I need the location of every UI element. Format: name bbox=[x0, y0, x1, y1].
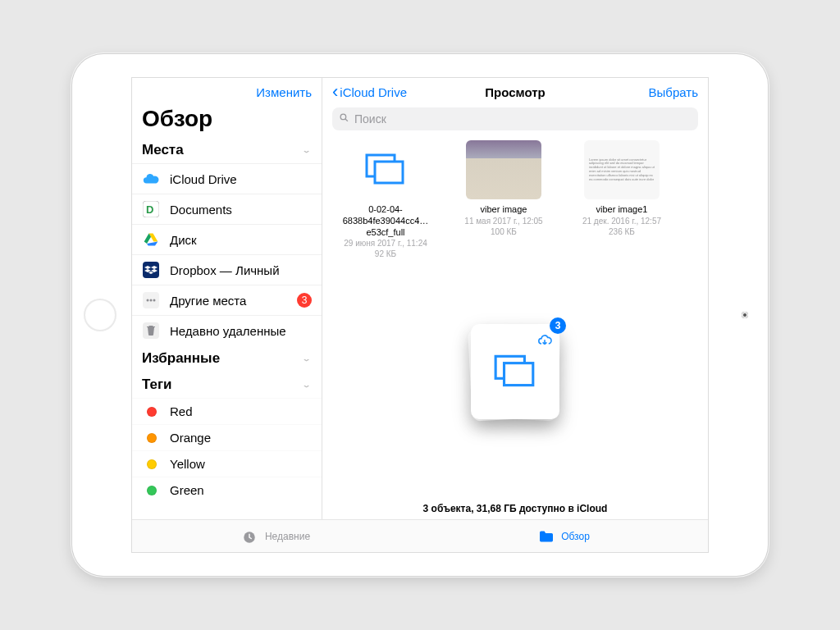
select-button[interactable]: Выбрать bbox=[649, 85, 698, 99]
cloud-download-icon bbox=[536, 334, 553, 350]
tab-browse[interactable]: Обзор bbox=[420, 520, 708, 552]
svg-text:D: D bbox=[146, 203, 153, 216]
sidebar-item-recently-deleted[interactable]: Недавно удаленные bbox=[132, 315, 322, 345]
badge-count: 3 bbox=[297, 293, 312, 308]
sidebar-item-label: Диск bbox=[170, 233, 312, 247]
documents-app-icon: D bbox=[142, 200, 160, 218]
svg-line-17 bbox=[345, 119, 348, 121]
back-button[interactable]: ‹ iCloud Drive bbox=[332, 83, 407, 101]
sidebar-item-label: Другие места bbox=[170, 294, 297, 308]
file-date: 21 дек. 2016 г., 12:57 bbox=[573, 216, 670, 226]
tags-label: Теги bbox=[142, 377, 172, 393]
chevron-down-icon: ⌄ bbox=[302, 354, 312, 363]
folder-thumb-icon bbox=[348, 140, 423, 199]
tag-item-orange[interactable]: Orange bbox=[132, 424, 322, 450]
icloud-icon bbox=[142, 170, 160, 188]
chevron-down-icon: ⌄ bbox=[302, 146, 312, 154]
tag-label: Yellow bbox=[170, 457, 205, 471]
sidebar-item-label: Documents bbox=[170, 203, 312, 217]
file-size: 100 КБ bbox=[455, 226, 552, 237]
tab-label: Обзор bbox=[561, 531, 590, 542]
sidebar-item-more-locations[interactable]: Другие места 3 bbox=[132, 285, 322, 315]
download-overlay-card[interactable]: 3 bbox=[471, 324, 559, 419]
tab-label: Недавние bbox=[265, 531, 310, 542]
text-thumb-icon: Lorem ipsum dolor sit amet consectetur a… bbox=[584, 140, 660, 199]
favorites-label: Избранные bbox=[142, 350, 220, 367]
file-item[interactable]: viber image 11 мая 2017 г., 12:05 100 КБ bbox=[455, 140, 552, 259]
trash-icon bbox=[142, 322, 160, 340]
sidebar-item-dropbox[interactable]: Dropbox — Личный bbox=[132, 254, 322, 285]
sidebar-item-icloud[interactable]: iCloud Drive bbox=[132, 163, 322, 194]
main-content: ‹ iCloud Drive Просмотр Выбрать Поиск bbox=[322, 78, 708, 519]
ipad-frame: Изменить Обзор Места ⌄ iCloud Drive D bbox=[72, 54, 768, 576]
tag-item-green[interactable]: Green bbox=[132, 477, 322, 503]
tag-dot-icon bbox=[147, 486, 157, 495]
svg-point-16 bbox=[340, 114, 346, 120]
more-icon bbox=[142, 291, 160, 309]
file-date: 11 мая 2017 г., 12:05 bbox=[455, 216, 552, 226]
tag-label: Red bbox=[170, 404, 193, 418]
search-field[interactable]: Поиск bbox=[332, 107, 698, 130]
front-camera bbox=[742, 312, 748, 318]
screen: Изменить Обзор Места ⌄ iCloud Drive D bbox=[131, 77, 709, 553]
tag-dot-icon bbox=[147, 433, 157, 443]
sidebar-title: Обзор bbox=[132, 106, 322, 137]
file-size: 236 КБ bbox=[573, 226, 670, 237]
files-grid: 0-02-04-6838b4fe39044cc4…e53cf_full 29 и… bbox=[322, 135, 708, 259]
file-item[interactable]: Lorem ipsum dolor sit amet consectetur a… bbox=[573, 140, 670, 259]
file-date: 29 июня 2017 г., 11:24 bbox=[337, 238, 434, 249]
home-button[interactable] bbox=[84, 299, 116, 331]
sidebar-item-drive[interactable]: Диск bbox=[132, 224, 322, 254]
svg-rect-21 bbox=[504, 363, 533, 386]
status-footer: 3 объекта, 31,68 ГБ доступно в iCloud bbox=[322, 503, 708, 514]
sidebar-item-label: Недавно удаленные bbox=[170, 324, 312, 338]
tag-item-yellow[interactable]: Yellow bbox=[132, 450, 322, 477]
chevron-down-icon: ⌄ bbox=[302, 381, 312, 389]
file-size: 92 КБ bbox=[337, 249, 434, 259]
tab-bar: Недавние Обзор bbox=[132, 519, 708, 552]
tags-section-header[interactable]: Теги ⌄ bbox=[132, 372, 322, 398]
folder-icon bbox=[538, 530, 555, 543]
tag-dot-icon bbox=[147, 407, 157, 417]
file-item[interactable]: 0-02-04-6838b4fe39044cc4…e53cf_full 29 и… bbox=[337, 140, 434, 259]
main-title: Просмотр bbox=[485, 85, 545, 99]
svg-marker-4 bbox=[147, 242, 158, 246]
svg-point-14 bbox=[153, 299, 156, 302]
chevron-left-icon: ‹ bbox=[332, 83, 338, 101]
favorites-section-header[interactable]: Избранные ⌄ bbox=[132, 345, 322, 372]
tag-label: Orange bbox=[170, 431, 211, 445]
sidebar: Изменить Обзор Места ⌄ iCloud Drive D bbox=[132, 78, 322, 519]
photo-thumb-icon bbox=[466, 140, 541, 199]
tag-label: Green bbox=[170, 483, 204, 497]
file-name: viber image bbox=[455, 204, 552, 216]
locations-section-header[interactable]: Места ⌄ bbox=[132, 137, 322, 163]
file-name: 0-02-04-6838b4fe39044cc4…e53cf_full bbox=[337, 204, 434, 238]
back-label: iCloud Drive bbox=[340, 85, 407, 99]
google-drive-icon bbox=[142, 231, 160, 249]
svg-rect-5 bbox=[143, 262, 159, 278]
svg-rect-19 bbox=[375, 162, 403, 183]
svg-point-12 bbox=[147, 299, 149, 302]
tag-item-red[interactable]: Red bbox=[132, 398, 322, 424]
sidebar-item-label: Dropbox — Личный bbox=[170, 263, 312, 277]
locations-label: Места bbox=[142, 142, 184, 158]
tab-recent[interactable]: Недавние bbox=[132, 520, 420, 552]
sidebar-item-documents[interactable]: D Documents bbox=[132, 194, 322, 224]
folder-icon bbox=[492, 352, 538, 391]
sidebar-item-label: iCloud Drive bbox=[170, 172, 312, 186]
clock-icon bbox=[242, 530, 258, 543]
download-count-badge: 3 bbox=[550, 317, 566, 334]
file-name: viber image1 bbox=[573, 204, 670, 216]
dropbox-icon bbox=[142, 261, 160, 279]
search-placeholder: Поиск bbox=[354, 112, 386, 126]
search-icon bbox=[339, 112, 349, 126]
tag-dot-icon bbox=[147, 459, 157, 469]
svg-point-13 bbox=[150, 299, 153, 302]
edit-button[interactable]: Изменить bbox=[256, 85, 312, 99]
